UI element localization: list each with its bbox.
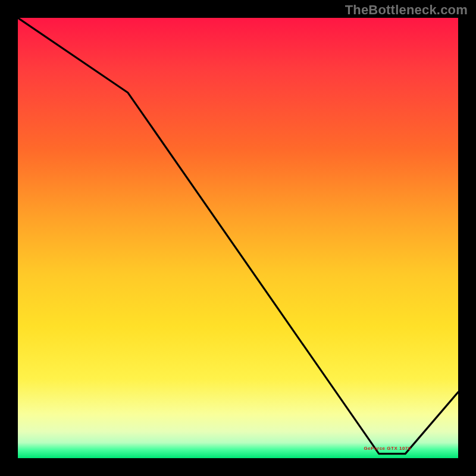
annotation-label: GeForce GTX 1070 (364, 446, 411, 451)
chart-stage: TheBottleneck.com GeForce GTX 1070 (0, 0, 476, 476)
gradient-background (18, 18, 458, 458)
watermark-text: TheBottleneck.com (345, 2, 468, 18)
plot-area: GeForce GTX 1070 (18, 18, 458, 458)
